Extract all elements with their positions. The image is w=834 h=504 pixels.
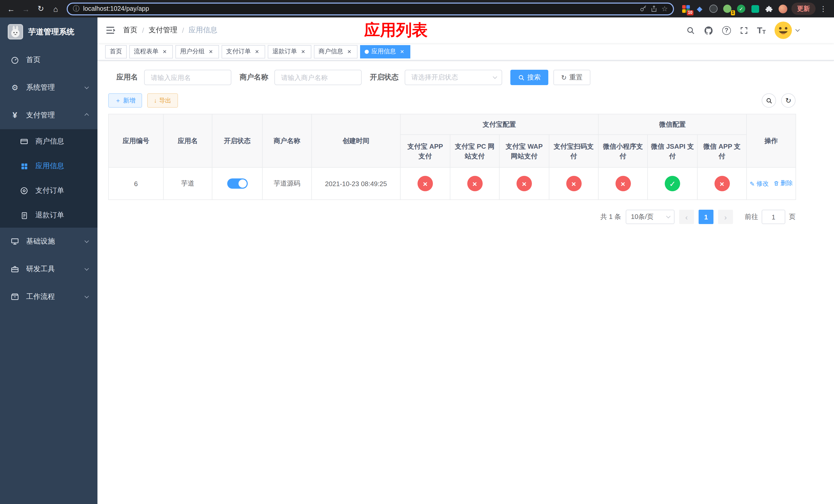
extension-avatar-icon[interactable]: 1	[723, 4, 732, 13]
bookmark-star-icon[interactable]: ☆	[661, 5, 668, 13]
sidebar-item-pay-orders[interactable]: 支付订单	[0, 178, 97, 203]
main-content: 应用名 商户名称 开启状态 请选择开启状态 搜索 ↻ 重置	[97, 61, 834, 504]
help-icon[interactable]: ?	[722, 26, 731, 35]
user-avatar-menu[interactable]	[774, 22, 799, 39]
breadcrumb-payment[interactable]: 支付管理	[149, 26, 177, 35]
sidebar-item-dev-tools[interactable]: 研发工具	[0, 255, 97, 283]
tab-refund-orders[interactable]: 退款订单	[268, 45, 311, 58]
sidebar-item-merchant-info[interactable]: 商户信息	[0, 129, 97, 154]
address-bar[interactable]: ⓘ localhost:1024/pay/app ☆	[67, 2, 674, 15]
col-alipay-app: 支付宝 APP 支付	[400, 135, 450, 167]
export-button[interactable]: ↓ 导出	[147, 93, 178, 108]
browser-toolbar: ← → ↻ ⌂ ⓘ localhost:1024/pay/app ☆ 10 ◆	[0, 0, 834, 18]
extensions-area: 10 ◆ 1 ✓	[678, 4, 790, 13]
tab-pay-orders[interactable]: 支付订单	[222, 45, 265, 58]
sidebar: 芋道管理系统 首页 ⚙ 系统管理 ¥ 支付管理 商户信息	[0, 18, 97, 504]
sidebar-item-system[interactable]: ⚙ 系统管理	[0, 74, 97, 101]
status-toggle[interactable]	[227, 178, 247, 189]
page-title: 应用列表	[364, 20, 428, 41]
grid-icon	[20, 162, 29, 170]
extensions-puzzle-icon[interactable]	[764, 4, 773, 13]
close-icon[interactable]	[161, 48, 168, 55]
extension-globe-icon[interactable]	[709, 4, 718, 13]
page-size-select[interactable]: 10条/页	[626, 210, 675, 224]
cell-merchant: 芋道源码	[262, 167, 312, 200]
sidebar-item-app-info[interactable]: 应用信息	[0, 154, 97, 178]
search-button[interactable]: 搜索	[510, 70, 548, 85]
extension-gem-icon[interactable]: ◆	[695, 4, 704, 13]
col-alipay-wap: 支付宝 WAP 网站支付	[499, 135, 549, 167]
prev-page-button[interactable]: ‹	[679, 210, 694, 224]
page-jumper: 前往 页	[745, 210, 795, 224]
tab-user-group[interactable]: 用户分组	[175, 45, 219, 58]
close-icon[interactable]	[254, 48, 261, 55]
chevron-down-icon	[85, 239, 89, 243]
tab-process-form[interactable]: 流程表单	[129, 45, 173, 58]
sidebar-item-infrastructure[interactable]: 基础设施	[0, 228, 97, 255]
close-icon[interactable]	[207, 48, 214, 55]
wx-mini-status-icon: ×	[615, 176, 631, 191]
avatar-extension-badge: 1	[731, 10, 735, 15]
col-wx-mini: 微信小程序支付	[598, 135, 648, 167]
refresh-button[interactable]: ↻	[781, 93, 795, 108]
status-select[interactable]: 请选择开启状态	[405, 70, 502, 85]
sidebar-item-home[interactable]: 首页	[0, 46, 97, 74]
browser-back-button[interactable]: ←	[4, 2, 18, 16]
browser-reload-button[interactable]: ↻	[34, 2, 48, 16]
edit-link[interactable]: ✎修改	[750, 180, 769, 188]
right-toolbar: ↻	[762, 93, 795, 108]
extension-grid-icon[interactable]: 10	[681, 4, 690, 13]
download-icon: ↓	[154, 97, 157, 104]
wx-jsapi-status-icon: ✓	[665, 176, 680, 191]
header-search-icon[interactable]	[686, 26, 695, 35]
add-button[interactable]: ＋ 新增	[108, 93, 142, 108]
top-navbar: 首页 / 支付管理 / 应用信息 应用列表 ? TT	[97, 18, 834, 43]
merchant-name-input[interactable]	[275, 70, 361, 85]
reset-button[interactable]: ↻ 重置	[553, 70, 590, 85]
sidebar-item-workflow[interactable]: 工作流程	[0, 283, 97, 311]
share-icon[interactable]	[651, 5, 658, 12]
breadcrumb-home[interactable]: 首页	[123, 26, 137, 35]
browser-menu-icon[interactable]: ⋮	[816, 5, 830, 13]
col-wx-app: 微信 APP 支付	[697, 135, 747, 167]
close-icon[interactable]	[300, 48, 307, 55]
github-icon[interactable]	[704, 25, 714, 35]
group-wechat-config: 微信配置	[598, 114, 747, 135]
tab-home[interactable]: 首页	[105, 45, 127, 58]
extension-check-icon[interactable]: ✓	[737, 4, 746, 13]
alipay-pc-status-icon: ×	[467, 176, 482, 191]
pencil-icon: ✎	[750, 181, 755, 188]
page-1-button[interactable]: 1	[699, 210, 714, 224]
tab-merchant-info[interactable]: 商户信息	[314, 45, 357, 58]
profile-avatar-icon[interactable]	[778, 4, 787, 13]
site-info-icon[interactable]: ⓘ	[73, 4, 80, 13]
payment-submenu: 商户信息 应用信息 支付订单 退款订单	[0, 129, 97, 228]
sidebar-item-refund-orders[interactable]: 退款订单	[0, 203, 97, 228]
col-merchant: 商户名称	[262, 114, 312, 167]
jump-page-input[interactable]	[762, 210, 785, 224]
delete-link[interactable]: 删除	[773, 179, 793, 188]
breadcrumb-separator: /	[142, 26, 144, 35]
next-page-button[interactable]: ›	[718, 210, 733, 224]
font-size-icon[interactable]: TT	[757, 26, 766, 35]
close-icon[interactable]	[398, 48, 406, 55]
toolbox-icon	[10, 265, 20, 273]
navbar-tools: ? TT	[686, 22, 834, 39]
sidebar-logo-row[interactable]: 芋道管理系统	[0, 18, 97, 46]
extension-note-icon[interactable]	[750, 4, 760, 13]
browser-update-button[interactable]: 更新	[791, 3, 815, 15]
sidebar-item-payment[interactable]: ¥ 支付管理	[0, 101, 97, 129]
order-circle-icon	[20, 187, 29, 195]
app-logo	[8, 24, 23, 40]
tab-app-info[interactable]: 应用信息	[360, 45, 410, 58]
app-name-input[interactable]	[144, 70, 231, 85]
toggle-search-button[interactable]	[762, 93, 776, 108]
extension-badge: 10	[687, 10, 694, 15]
browser-forward-button[interactable]: →	[19, 2, 33, 16]
sidebar-toggle-icon[interactable]	[97, 25, 123, 36]
password-key-icon[interactable]	[640, 5, 647, 12]
browser-home-button[interactable]: ⌂	[49, 2, 63, 16]
fullscreen-icon[interactable]	[740, 26, 748, 35]
close-icon[interactable]	[346, 48, 353, 55]
pagination: 共 1 条 10条/页 ‹ 1 › 前往 页	[108, 210, 795, 224]
